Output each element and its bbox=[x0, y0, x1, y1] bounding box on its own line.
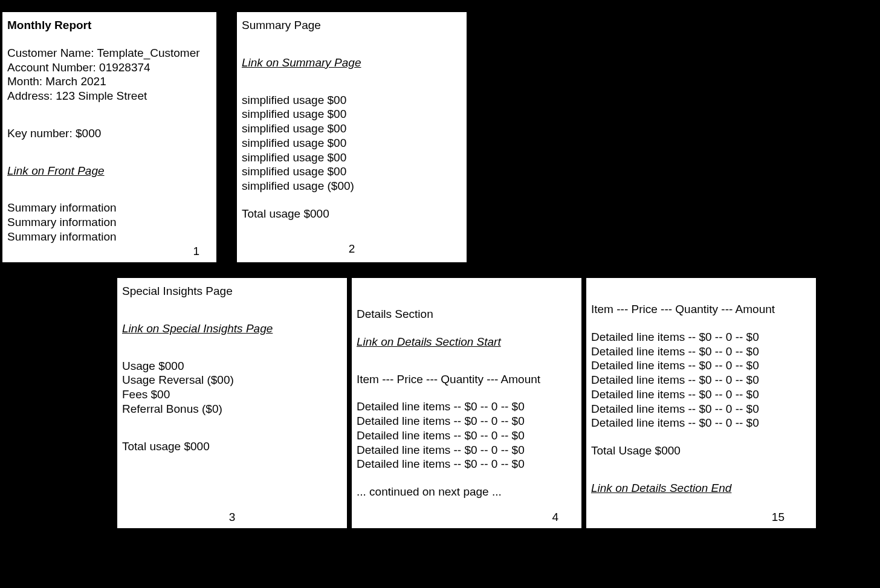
usage-line: simplified usage $00 bbox=[242, 164, 462, 179]
key-number: Key number: $000 bbox=[7, 126, 212, 141]
detail-row: Detailed line items -- $0 -- 0 -- $0 bbox=[357, 443, 577, 457]
page-1-front: Monthly Report Customer Name: Template_C… bbox=[2, 12, 216, 262]
insight-line: Usage $000 bbox=[122, 359, 342, 373]
detail-row: Detailed line items -- $0 -- 0 -- $0 bbox=[591, 373, 811, 387]
page-title: Details Section bbox=[357, 307, 577, 321]
usage-line: simplified usage $00 bbox=[242, 107, 462, 121]
detail-row: Detailed line items -- $0 -- 0 -- $0 bbox=[591, 416, 811, 430]
detail-row: Detailed line items -- $0 -- 0 -- $0 bbox=[357, 414, 577, 428]
usage-line: simplified usage $00 bbox=[242, 121, 462, 136]
detail-row: Detailed line items -- $0 -- 0 -- $0 bbox=[591, 358, 811, 373]
insights-page-link[interactable]: Link on Special Insights Page bbox=[122, 321, 342, 336]
usage-line: simplified usage $00 bbox=[242, 136, 462, 150]
summary-line: Summary information bbox=[7, 201, 212, 215]
usage-line: simplified usage $00 bbox=[242, 150, 462, 165]
summary-line: Summary information bbox=[7, 230, 212, 244]
detail-row: Detailed line items -- $0 -- 0 -- $0 bbox=[591, 330, 811, 344]
address: Address: 123 Simple Street bbox=[7, 89, 212, 103]
front-page-link[interactable]: Link on Front Page bbox=[7, 164, 212, 178]
detail-row: Detailed line items -- $0 -- 0 -- $0 bbox=[357, 428, 577, 443]
page-15-details-end: Item --- Price --- Quantity --- Amount D… bbox=[586, 278, 816, 528]
detail-row: Detailed line items -- $0 -- 0 -- $0 bbox=[591, 402, 811, 416]
month: Month: March 2021 bbox=[7, 74, 212, 89]
total-usage: Total usage $000 bbox=[122, 439, 342, 454]
page-number: 4 bbox=[552, 510, 558, 525]
usage-line: simplified usage $00 bbox=[242, 93, 462, 108]
continued-label: ... continued on next page ... bbox=[357, 485, 577, 499]
details-header: Item --- Price --- Quantity --- Amount bbox=[357, 372, 577, 387]
report-title: Monthly Report bbox=[7, 18, 212, 33]
detail-row: Detailed line items -- $0 -- 0 -- $0 bbox=[591, 344, 811, 359]
detail-row: Detailed line items -- $0 -- 0 -- $0 bbox=[357, 399, 577, 414]
insight-line: Referral Bonus ($0) bbox=[122, 402, 342, 416]
detail-row: Detailed line items -- $0 -- 0 -- $0 bbox=[357, 457, 577, 471]
detail-row: Detailed line items -- $0 -- 0 -- $0 bbox=[591, 387, 811, 402]
page-title: Summary Page bbox=[242, 18, 462, 33]
page-title: Special Insights Page bbox=[122, 284, 342, 299]
total-usage: Total Usage $000 bbox=[591, 444, 811, 458]
page-2-summary: Summary Page Link on Summary Page simpli… bbox=[237, 12, 467, 262]
details-end-link[interactable]: Link on Details Section End bbox=[591, 481, 811, 496]
page-number: 1 bbox=[193, 244, 199, 259]
details-header: Item --- Price --- Quantity --- Amount bbox=[591, 302, 811, 317]
page-3-insights: Special Insights Page Link on Special In… bbox=[117, 278, 347, 528]
summary-line: Summary information bbox=[7, 215, 212, 230]
summary-page-link[interactable]: Link on Summary Page bbox=[242, 56, 462, 70]
account-number: Account Number: 01928374 bbox=[7, 60, 212, 75]
insight-line: Usage Reversal ($00) bbox=[122, 373, 342, 387]
page-number: 15 bbox=[772, 510, 785, 525]
page-number: 3 bbox=[229, 510, 236, 525]
insight-line: Fees $00 bbox=[122, 387, 342, 402]
details-start-link[interactable]: Link on Details Section Start bbox=[357, 335, 577, 349]
usage-line: simplified usage ($00) bbox=[242, 179, 462, 193]
page-number: 2 bbox=[349, 242, 355, 256]
page-4-details-start: Details Section Link on Details Section … bbox=[352, 278, 581, 528]
total-usage: Total usage $000 bbox=[242, 207, 462, 221]
customer-name: Customer Name: Template_Customer bbox=[7, 46, 212, 60]
